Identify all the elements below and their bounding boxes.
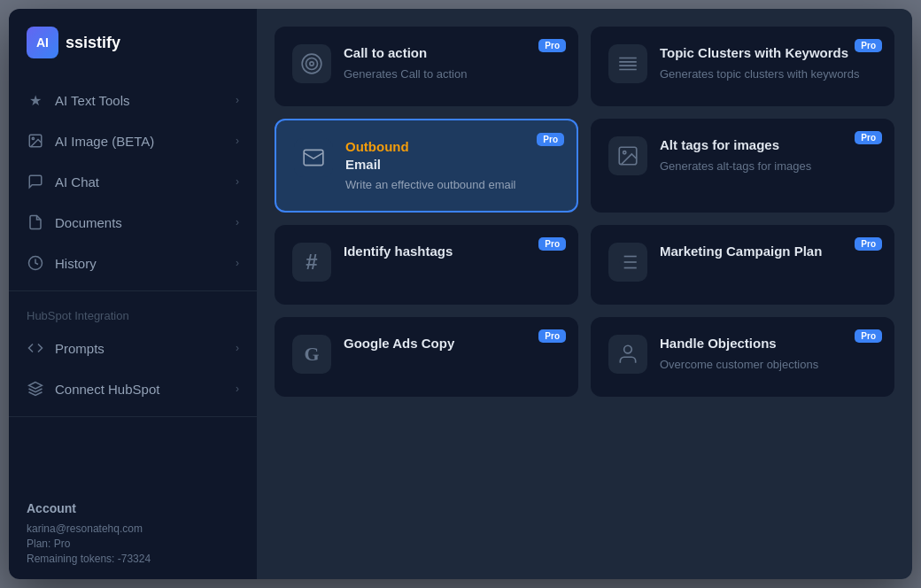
sidebar-nav: ★ AI Text Tools › AI Image (BETA) › <box>9 80 257 283</box>
card-icon <box>608 335 647 374</box>
pro-badge: Pro <box>538 237 566 251</box>
card-body: Identify hashtags <box>344 243 561 265</box>
account-tokens: Remaining tokens: -73324 <box>27 553 239 565</box>
chevron-right-icon: › <box>236 94 239 106</box>
cards-grid: Call to action Generates Call to action … <box>275 27 894 397</box>
pro-badge: Pro <box>855 237 882 251</box>
sidebar-item-ai-chat[interactable]: AI Chat › <box>9 161 257 202</box>
card-call-to-action[interactable]: Call to action Generates Call to action … <box>275 27 578 106</box>
image-icon <box>27 132 44 150</box>
card-title: Identify hashtags <box>344 243 561 260</box>
card-desc: Generates topic clusters with keywords <box>660 66 877 82</box>
card-body: Handle Objections Overcome customer obje… <box>660 335 877 373</box>
account-plan: Plan: Pro <box>27 538 239 550</box>
card-body: Marketing Campaign Plan <box>660 243 877 265</box>
card-icon: # <box>292 243 331 282</box>
main-content: Call to action Generates Call to action … <box>257 9 912 579</box>
sidebar-item-label: AI Image (BETA) <box>55 134 154 149</box>
card-icon <box>608 44 647 83</box>
sidebar-item-label: Connect HubSpot <box>55 382 159 397</box>
sidebar-item-label: History <box>55 256 97 271</box>
sidebar-item-documents[interactable]: Documents › <box>9 202 257 243</box>
document-icon <box>27 213 44 231</box>
svg-rect-11 <box>304 150 323 165</box>
layers-icon <box>27 380 44 398</box>
card-body: Google Ads Copy <box>344 335 561 357</box>
svg-point-6 <box>310 62 313 66</box>
sidebar-item-label: Prompts <box>55 341 104 356</box>
card-title: Outbound Email <box>345 138 559 173</box>
card-title: Marketing Campaign Plan <box>660 243 877 260</box>
card-icon <box>292 44 331 83</box>
card-topic-clusters[interactable]: Topic Clusters with Keywords Generates t… <box>591 27 894 106</box>
card-icon <box>608 243 647 282</box>
chevron-right-icon: › <box>236 342 239 354</box>
svg-point-20 <box>624 345 632 353</box>
card-desc: Write an effective outbound email <box>345 177 559 193</box>
logo-icon: AI <box>27 27 58 58</box>
pro-badge: Pro <box>855 39 882 52</box>
sidebar-item-label: AI Text Tools <box>55 93 130 108</box>
sidebar-item-ai-image[interactable]: AI Image (BETA) › <box>9 120 257 161</box>
star-icon: ★ <box>27 91 44 109</box>
sidebar-item-ai-text-tools[interactable]: ★ AI Text Tools › <box>9 80 257 120</box>
svg-point-1 <box>32 137 34 139</box>
card-handle-objections[interactable]: Handle Objections Overcome customer obje… <box>591 317 894 397</box>
card-body: Alt tags for images Generates alt-tags f… <box>660 136 877 174</box>
svg-point-4 <box>302 54 321 74</box>
sidebar-item-label: AI Chat <box>55 174 99 190</box>
sidebar-item-history[interactable]: History › <box>9 243 257 283</box>
card-title: Topic Clusters with Keywords <box>660 44 877 62</box>
logo: AI ssistify <box>9 9 257 80</box>
card-icon <box>294 138 333 177</box>
svg-marker-3 <box>29 383 43 390</box>
hashtag-symbol: # <box>306 250 317 275</box>
card-body: Call to action Generates Call to action <box>344 44 561 82</box>
hubspot-section-label: HubSpot Integration <box>9 298 257 328</box>
svg-point-5 <box>306 58 318 70</box>
chevron-right-icon: › <box>236 383 239 395</box>
card-title: Google Ads Copy <box>344 335 561 352</box>
sidebar-item-label: Documents <box>55 215 122 230</box>
sidebar: AI ssistify ★ AI Text Tools › AI Image (… <box>9 9 257 579</box>
card-title-highlight: Outbound <box>345 139 409 154</box>
card-outbound-email[interactable]: Outbound Email Write an effective outbou… <box>275 119 578 213</box>
divider <box>9 290 257 291</box>
chevron-right-icon: › <box>236 257 239 269</box>
app-container: AI ssistify ★ AI Text Tools › AI Image (… <box>9 9 912 579</box>
pro-badge: Pro <box>538 39 566 52</box>
card-marketing-campaign[interactable]: Marketing Campaign Plan Pro <box>591 225 894 305</box>
account-section: Account karina@resonatehq.com Plan: Pro … <box>9 487 257 579</box>
logo-text: ssistify <box>66 34 120 52</box>
card-title-rest: Email <box>345 157 381 172</box>
chevron-right-icon: › <box>236 175 239 188</box>
card-desc: Generates alt-tags for images <box>660 159 877 174</box>
chat-icon <box>27 173 44 190</box>
card-google-ads[interactable]: G Google Ads Copy Pro <box>275 317 578 397</box>
google-g-symbol: G <box>304 343 319 366</box>
pro-badge: Pro <box>538 329 566 343</box>
svg-point-13 <box>623 151 626 154</box>
card-body: Outbound Email Write an effective outbou… <box>345 138 559 193</box>
clock-icon <box>27 254 44 272</box>
sidebar-item-connect-hubspot[interactable]: Connect HubSpot › <box>9 368 257 409</box>
card-desc: Generates Call to action <box>344 66 561 82</box>
card-title: Alt tags for images <box>660 136 877 154</box>
card-desc: Overcome customer objections <box>660 357 877 373</box>
card-icon: G <box>292 335 331 374</box>
account-email: karina@resonatehq.com <box>27 522 239 535</box>
card-title: Call to action <box>344 44 561 62</box>
pro-badge: Pro <box>855 131 882 144</box>
card-icon <box>608 136 647 175</box>
sidebar-item-prompts[interactable]: Prompts › <box>9 328 257 368</box>
code-icon <box>27 339 44 357</box>
pro-badge: Pro <box>855 329 882 343</box>
chevron-right-icon: › <box>236 216 239 228</box>
pro-badge: Pro <box>537 133 564 146</box>
divider-2 <box>9 416 257 417</box>
card-identify-hashtags[interactable]: # Identify hashtags Pro <box>275 225 578 305</box>
card-body: Topic Clusters with Keywords Generates t… <box>660 44 877 82</box>
chevron-right-icon: › <box>236 135 239 147</box>
account-title: Account <box>27 501 239 515</box>
card-alt-tags[interactable]: Alt tags for images Generates alt-tags f… <box>591 119 894 213</box>
